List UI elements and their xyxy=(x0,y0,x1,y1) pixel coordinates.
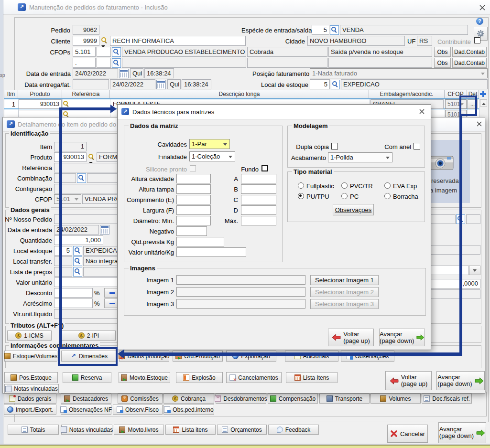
cfop1-desc-field[interactable]: VENDA PRODUCAO ESTABELECIMENTO xyxy=(122,47,246,57)
obs-button-1[interactable]: Obs xyxy=(434,47,451,57)
calendar-icon[interactable] xyxy=(119,69,129,78)
cfop1b-field[interactable] xyxy=(97,47,111,57)
row1-produto-search-icon[interactable] xyxy=(63,100,69,107)
especie-desc-field[interactable]: VENDA xyxy=(340,25,468,35)
notas-vinculadas-button[interactable]: Notas vinculadas xyxy=(61,425,112,435)
cfop2-desc-field[interactable] xyxy=(122,58,246,68)
tab-obs-ped-interno[interactable]: Obs.ped.interno xyxy=(163,405,214,415)
estoque-volumes-button[interactable]: Estoque/Volumes xyxy=(4,351,57,362)
tipo-observacoes-button[interactable]: Observações xyxy=(333,204,374,215)
pos-estoque-button[interactable]: Pos.Estoque xyxy=(4,372,58,383)
cfop-combo[interactable]: 5101 xyxy=(54,194,81,204)
imagem3-input[interactable] xyxy=(176,299,305,309)
qtd-prevista-input[interactable] xyxy=(176,237,224,246)
lista-itens-detail-button[interactable]: Lista Itens xyxy=(286,372,338,383)
negativo-input[interactable] xyxy=(176,226,207,236)
imagem2-input[interactable] xyxy=(176,287,305,297)
lista-precos-search-button[interactable] xyxy=(73,267,82,277)
cfop2b-field[interactable] xyxy=(97,58,111,68)
cliente-code-field[interactable]: 9999 xyxy=(73,36,99,46)
col-header-embalagem[interactable]: Embalagem/acondic. xyxy=(369,90,445,98)
row1-produto-field[interactable]: 930013 xyxy=(19,99,62,109)
combinacao-field[interactable] xyxy=(54,173,76,183)
col-header-itm[interactable]: Itm xyxy=(4,90,18,98)
lista-itens-button[interactable]: Lista itens xyxy=(165,425,216,435)
dialog-close-icon[interactable] xyxy=(418,108,426,116)
tab-compensacao[interactable]: Compensação xyxy=(268,394,318,404)
tab-comissoes[interactable]: Comissões xyxy=(118,394,163,404)
altura-cavidade-input[interactable] xyxy=(176,174,211,183)
com-anel-checkbox[interactable] xyxy=(414,143,420,149)
tab-cobranca[interactable]: Cobrança xyxy=(163,394,214,404)
add-item-icon[interactable] xyxy=(479,90,487,97)
comprimento-input[interactable] xyxy=(176,195,211,204)
contribuinte-checkbox[interactable] xyxy=(474,37,480,43)
right-combo-chevron[interactable] xyxy=(469,266,480,275)
data-entrega-hora-field[interactable]: 16:38:24 xyxy=(182,79,211,89)
tab-volumes[interactable]: Volumes xyxy=(370,394,421,404)
avancar-dialog-button[interactable]: Avançar(page down) xyxy=(379,329,425,346)
cfop2-search-button[interactable] xyxy=(112,58,121,68)
posicao-combo[interactable]: 1-Nada faturado xyxy=(310,68,488,78)
uf-field[interactable]: RS xyxy=(417,36,432,46)
dupla-copia-checkbox[interactable] xyxy=(331,143,338,149)
data-entrega-blank-field[interactable] xyxy=(73,79,109,89)
data-entrega-field[interactable]: 24/02/2022 xyxy=(110,79,155,89)
cfop1-search-button[interactable] xyxy=(112,47,121,57)
explosao-button[interactable]: Explosão xyxy=(176,372,223,383)
table-scroll-up[interactable] xyxy=(480,99,487,107)
vlr-liquido-field[interactable] xyxy=(54,309,120,319)
fundo-checkbox[interactable] xyxy=(261,165,268,171)
orcamentos-button[interactable]: Orçamentos xyxy=(217,425,267,435)
cobrada2-field[interactable] xyxy=(247,58,327,68)
local-transfer-search-button[interactable] xyxy=(73,256,82,266)
radio-pu-tpu[interactable] xyxy=(298,193,304,199)
calendar-icon[interactable] xyxy=(156,80,166,89)
cfop1-field[interactable]: 5.101 xyxy=(73,47,96,57)
voltar-dialog-button[interactable]: Voltar(page up) xyxy=(328,329,374,346)
icms-button[interactable]: 1-ICMS xyxy=(7,331,52,341)
local-estoque-search-button[interactable] xyxy=(331,80,340,89)
detail-local-code-field[interactable]: 5 xyxy=(54,246,72,256)
data-entrada-hora-field[interactable]: 16:38:24 xyxy=(144,68,174,78)
radio-pc[interactable] xyxy=(341,193,348,199)
saida2-field[interactable] xyxy=(328,58,432,68)
imagem1-input[interactable] xyxy=(176,275,305,285)
local-transfer-field[interactable] xyxy=(54,256,72,266)
row2-produto-search-icon[interactable] xyxy=(63,111,69,117)
local-estoque-desc-field[interactable]: EXPEDICAO xyxy=(341,79,488,89)
radio-pvc-tr[interactable] xyxy=(341,182,348,189)
cobrada-field[interactable]: Cobrada xyxy=(247,47,327,57)
d-input[interactable] xyxy=(241,205,276,215)
lista-precos-field[interactable] xyxy=(54,267,72,277)
feedback-button[interactable]: Feedback xyxy=(268,425,319,435)
help-icon[interactable] xyxy=(476,18,483,25)
valor-unitario-field[interactable] xyxy=(54,277,120,287)
produto-search-icon[interactable] xyxy=(88,153,95,160)
tab-desdobramentos[interactable]: Desdobramentos xyxy=(216,394,266,404)
main-close-icon[interactable] xyxy=(479,4,486,11)
cidade-field[interactable]: NOVO HAMBURGO xyxy=(307,36,405,46)
a-input[interactable] xyxy=(241,174,276,183)
col-header-descricao[interactable]: Descrição longa xyxy=(110,90,369,98)
acabamento-combo[interactable]: 1-Polida xyxy=(328,152,392,162)
cavidades-combo[interactable]: 1-Par xyxy=(189,139,230,149)
avancar-footer-button[interactable]: Avançar(page down) xyxy=(438,422,486,443)
cfop2-field[interactable]: . xyxy=(73,58,96,68)
totais-button[interactable]: Totais xyxy=(8,425,59,435)
radio-borracha[interactable] xyxy=(384,193,391,199)
tab-observacoes-nf[interactable]: Observações NF xyxy=(61,405,111,415)
nosso-pedido-field[interactable] xyxy=(54,214,126,224)
c-input[interactable] xyxy=(241,195,276,204)
obs-button-2[interactable]: Obs xyxy=(434,58,451,68)
local-estoque-field[interactable]: 5 xyxy=(310,79,330,89)
ipi-button[interactable]: 2-IPI xyxy=(62,331,116,341)
tab-observ-fisco[interactable]: Observ.Fisco xyxy=(113,405,163,415)
cancelamentos-button[interactable]: Cancelamentos xyxy=(226,372,282,383)
dad-contab-button-1[interactable]: Dad.Contab xyxy=(452,47,487,57)
radio-fullplastic[interactable] xyxy=(298,182,304,189)
radio-eva-exp[interactable] xyxy=(384,182,391,189)
cliente-search-icon[interactable] xyxy=(101,37,108,43)
tab-doc-fiscais[interactable]: Doc.fiscais ref. xyxy=(422,394,472,404)
local-estoque-search-button[interactable] xyxy=(73,246,82,256)
